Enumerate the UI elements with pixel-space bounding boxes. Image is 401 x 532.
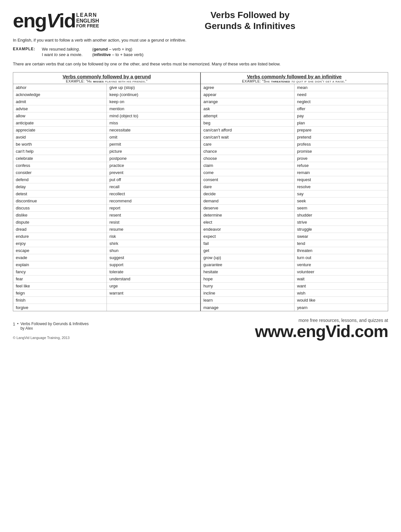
logo-id: id <box>59 9 76 32</box>
infinitive-title: Verbs commonly followed by an infinitive <box>203 74 386 79</box>
list-item: recall <box>107 183 200 190</box>
list-item: hesitate <box>201 268 294 276</box>
list-item: admit <box>13 98 107 105</box>
list-item: resolve <box>294 183 388 190</box>
example-defs: (gerund – verb + ing) (infinitive – to +… <box>92 47 143 57</box>
infinitive-bold: infinitive <box>94 52 111 57</box>
infinitive-half: Verbs commonly followed by an infinitive… <box>201 73 388 311</box>
logo-forfree: FOR FREE <box>76 24 99 28</box>
logo-taglines: LEARN ENGLISH FOR FREE <box>76 12 99 29</box>
list-item: dread <box>13 226 107 233</box>
list-item: determine <box>201 212 294 219</box>
gerund-ex-italic: playing <box>104 79 117 83</box>
list-item: finish <box>13 297 107 304</box>
list-item: enjoy <box>13 240 107 247</box>
gerund-ex-label: EXAMPLE: <box>66 79 86 83</box>
list-item: profess <box>294 141 388 148</box>
list-item: promise <box>294 148 388 155</box>
list-item: would like <box>294 297 388 304</box>
example-sentence-2: I want to see a movie. <box>42 52 82 57</box>
list-item: give up (stop) <box>107 84 200 91</box>
list-item: beg <box>201 120 294 127</box>
list-item: want <box>294 283 388 290</box>
list-item: claim <box>201 162 294 169</box>
gerund-bold: gerund <box>94 47 108 52</box>
lesson-title: Verbs Followed by Gerunds & Infinitives <box>20 322 89 326</box>
list-item: understand <box>107 276 200 283</box>
list-item <box>107 297 200 304</box>
list-item: delay <box>13 183 107 190</box>
list-item: advise <box>13 105 107 112</box>
list-item: arrange <box>201 98 294 105</box>
list-item: feign <box>13 290 107 297</box>
list-item: struggle <box>294 226 388 233</box>
gerund-col2: give up (stop)keep (continue)keep onment… <box>107 84 200 311</box>
list-item: recollect <box>107 190 200 198</box>
list-item: warrant <box>107 290 200 297</box>
logo: engVid LEARN ENGLISH FOR FREE <box>13 11 99 31</box>
list-item: celebrate <box>13 155 107 162</box>
list-item: avoid <box>13 134 107 141</box>
logo-vid: V <box>46 9 59 32</box>
list-item: dispute <box>13 219 107 226</box>
list-item: deserve <box>201 205 294 212</box>
list-item: yearn <box>294 304 388 311</box>
inf-ex-italic: to quit <box>290 79 303 83</box>
list-item: risk <box>107 233 200 240</box>
list-item: mind (object to) <box>107 112 200 120</box>
lesson-author: by Alex <box>20 326 89 331</box>
list-item: neglect <box>294 98 388 105</box>
list-item: incline <box>201 290 294 297</box>
list-item: fail <box>201 240 294 247</box>
list-item: keep on <box>107 98 200 105</box>
list-item: remain <box>294 169 388 176</box>
list-item: pretend <box>294 134 388 141</box>
list-item: permit <box>107 141 200 148</box>
copyright: © LangVid Language Training, 2013 <box>13 336 89 340</box>
list-item: plan <box>294 120 388 127</box>
list-item: endeavor <box>201 226 294 233</box>
logo-learn: LEARN <box>76 12 99 18</box>
gerund-ex-end: with his friends." <box>117 79 148 83</box>
gerund-header: Verbs commonly followed by a gerund EXAM… <box>13 73 200 84</box>
list-item: fancy <box>13 268 107 276</box>
list-item: abhor <box>13 84 107 91</box>
list-item: strive <box>294 219 388 226</box>
list-item: support <box>107 261 200 268</box>
list-item: chance <box>201 148 294 155</box>
list-item: endure <box>13 233 107 240</box>
list-item: venture <box>294 261 388 268</box>
list-item: consider <box>13 169 107 176</box>
gerund-col1: abhoracknowledgeadmitadviseallowanticipa… <box>13 84 107 311</box>
list-item: confess <box>13 162 107 169</box>
list-item: miss <box>107 120 200 127</box>
inf-ex-bold: threatened <box>271 79 290 83</box>
list-item: picture <box>107 148 200 155</box>
list-item: report <box>107 205 200 212</box>
footer-left: 1 • Verbs Followed by Gerunds & Infiniti… <box>13 322 89 340</box>
list-item: seek <box>294 198 388 205</box>
example-label: EXAMPLE: <box>13 47 39 57</box>
list-item: necessitate <box>107 127 200 134</box>
list-item: appreciate <box>13 127 107 134</box>
list-item: threaten <box>294 247 388 254</box>
list-item: omit <box>107 134 200 141</box>
gerund-title: Verbs commonly followed by a gerund <box>15 74 198 79</box>
list-item: dare <box>201 183 294 190</box>
list-item: evade <box>13 254 107 261</box>
list-item: escape <box>13 247 107 254</box>
list-item: prevent <box>107 169 200 176</box>
website-url: www.engVid.com <box>255 323 388 340</box>
infinitive-def: (infinitive – to + base verb) <box>92 52 143 57</box>
footer-right: more free resources, lessons, and quizze… <box>255 318 388 340</box>
list-item: prepare <box>294 127 388 134</box>
list-item: care <box>201 141 294 148</box>
footer-lesson-ref: 1 • Verbs Followed by Gerunds & Infiniti… <box>13 322 89 331</box>
list-item: keep (continue) <box>107 91 200 98</box>
list-item: swear <box>294 233 388 240</box>
list-item: tolerate <box>107 268 200 276</box>
footer-area: 1 • Verbs Followed by Gerunds & Infiniti… <box>13 318 388 340</box>
list-item: fear <box>13 276 107 283</box>
list-item: resent <box>107 212 200 219</box>
list-item: anticipate <box>13 120 107 127</box>
